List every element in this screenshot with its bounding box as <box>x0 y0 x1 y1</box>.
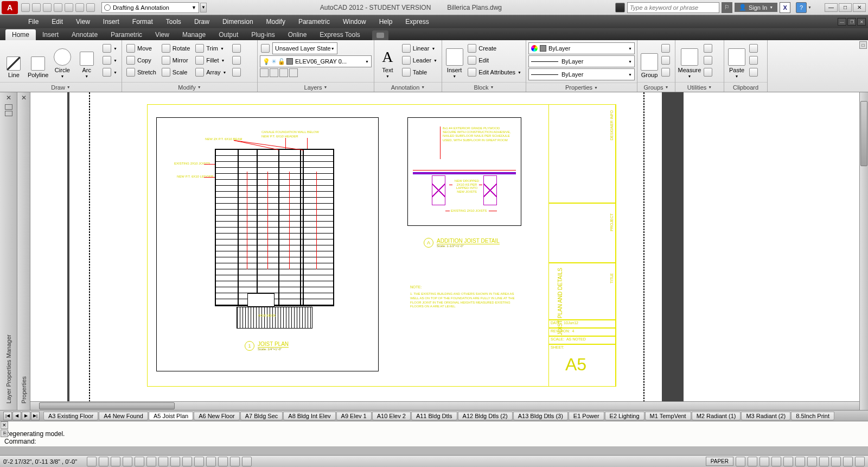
qat-save-icon[interactable] <box>43 3 52 12</box>
status-r5[interactable] <box>783 457 793 466</box>
arc-button[interactable]: Arc▼ <box>75 42 98 79</box>
group-ext3[interactable] <box>660 66 671 78</box>
tab-parametric[interactable]: Parametric <box>104 29 149 40</box>
doc-close-button[interactable]: ✕ <box>857 18 866 26</box>
array-button[interactable]: Array▼ <box>193 66 228 78</box>
menu-modify[interactable]: Modify <box>260 16 292 28</box>
search-options-icon[interactable]: ⚐ <box>722 2 732 13</box>
status-r8[interactable] <box>819 457 829 466</box>
palette-close-icon[interactable]: ✕ <box>4 92 13 103</box>
create-button[interactable]: Create <box>465 42 524 54</box>
layout-tab[interactable]: A12 Bldg Dtls (2) <box>458 412 513 420</box>
paper-model-toggle[interactable]: PAPER <box>706 457 733 466</box>
group-button[interactable]: Group <box>640 42 659 79</box>
dyn-button[interactable] <box>182 457 192 466</box>
infocenter-icon[interactable] <box>615 3 625 12</box>
drawing-canvas[interactable]: DESIGNER INFO PROJECT TITLE JOIST PLAN A… <box>30 92 868 410</box>
util-ext3[interactable] <box>703 66 713 78</box>
layer-btn2[interactable] <box>270 68 278 77</box>
line-button[interactable]: Line <box>2 42 25 79</box>
status-r11[interactable] <box>855 457 865 466</box>
qat-new-icon[interactable] <box>21 3 30 12</box>
polyline-button[interactable]: Polyline <box>27 42 50 79</box>
layout-nav-last[interactable]: ▶| <box>31 412 40 420</box>
status-r4[interactable] <box>771 457 781 466</box>
fillet-button[interactable]: Fillet▼ <box>193 54 228 66</box>
menu-parametric[interactable]: Parametric <box>292 16 336 28</box>
doc-minimize-button[interactable]: — <box>838 18 846 26</box>
menu-insert[interactable]: Insert <box>97 16 126 28</box>
tab-express[interactable]: Express Tools <box>313 29 366 40</box>
layer-current-dropdown[interactable]: 💡 ☀ 🔓 ELEV06_GRAY 0...▼ <box>260 55 372 67</box>
stretch-button[interactable]: Stretch <box>124 66 158 78</box>
tab-manage[interactable]: Manage <box>176 29 212 40</box>
qp-button[interactable] <box>218 457 228 466</box>
close-button[interactable]: ✕ <box>853 3 866 12</box>
menu-tools[interactable]: Tools <box>159 16 188 28</box>
insert-button[interactable]: Insert▼ <box>444 42 464 79</box>
layout-tab[interactable]: A13 Bldg Dtls (3) <box>513 412 568 420</box>
layer-props-button[interactable] <box>260 42 271 54</box>
draw-ext3[interactable]: ▼ <box>100 66 119 78</box>
layout-nav-prev[interactable]: ◀ <box>12 412 21 420</box>
tab-home[interactable]: Home <box>5 29 36 40</box>
layout-nav-next[interactable]: ▶ <box>22 412 30 420</box>
tab-view[interactable]: View <box>149 29 176 40</box>
qat-print-icon[interactable] <box>65 3 73 12</box>
util-ext2[interactable] <box>703 54 713 66</box>
layout-tab[interactable]: E2 Lighting <box>605 412 644 420</box>
help-dd-icon[interactable]: ▼ <box>808 5 812 9</box>
sc-button[interactable] <box>230 457 240 466</box>
menu-draw[interactable]: Draw <box>188 16 216 28</box>
layer-state-dropdown[interactable]: Unsaved Layer State▼ <box>272 42 337 54</box>
3dosnap-button[interactable] <box>146 457 156 466</box>
maximize-button[interactable]: □ <box>839 3 852 12</box>
layer-btn3[interactable] <box>279 68 288 77</box>
util-ext1[interactable] <box>703 42 713 54</box>
menu-file[interactable]: File <box>22 16 45 28</box>
menu-format[interactable]: Format <box>126 16 159 28</box>
layout-tab[interactable]: A8 Bldg Int Elev <box>283 412 335 420</box>
layout-tab[interactable]: A5 Joist Plan <box>149 412 193 420</box>
linear-button[interactable]: Linear▼ <box>400 42 439 54</box>
signin-button[interactable]: 👤Sign In▼ <box>735 3 777 12</box>
qat-more-icon[interactable]: ▼ <box>200 3 207 12</box>
layout-tab[interactable]: A9 Elev 1 <box>336 412 372 420</box>
modify-ext3[interactable] <box>230 66 243 78</box>
tab-annotate[interactable]: Annotate <box>65 29 104 40</box>
minimize-button[interactable]: — <box>825 3 838 12</box>
help-icon[interactable]: ? <box>796 2 807 13</box>
menu-edit[interactable]: Edit <box>45 16 69 28</box>
palette-pin-icon[interactable] <box>5 104 12 110</box>
status-r10[interactable] <box>843 457 853 466</box>
cmdline-close-icon[interactable]: ✕ <box>1 421 8 429</box>
rotate-button[interactable]: Rotate <box>159 42 192 54</box>
polar-button[interactable] <box>123 457 132 466</box>
grid-button[interactable] <box>99 457 108 466</box>
status-r3[interactable] <box>760 457 769 466</box>
color-dropdown[interactable]: ByLayer▼ <box>528 42 635 54</box>
vertical-scrollbar[interactable] <box>859 92 868 410</box>
palette2-close-icon[interactable]: ✕ <box>20 92 28 103</box>
qat-undo-icon[interactable] <box>75 3 84 12</box>
palette-menu-icon[interactable] <box>5 111 12 116</box>
layout-tab[interactable]: A7 Bldg Sec <box>240 412 283 420</box>
menu-window[interactable]: Window <box>336 16 373 28</box>
layout-tab[interactable]: A10 Elev 2 <box>372 412 411 420</box>
cut-button[interactable] <box>748 42 759 54</box>
layout-tab[interactable]: M2 Radiant (1) <box>692 412 741 420</box>
draw-ext2[interactable]: ▼ <box>100 54 119 66</box>
search-input[interactable] <box>627 2 719 13</box>
lineweight-dropdown[interactable]: ByLayer▼ <box>528 55 635 67</box>
menu-help[interactable]: Help <box>373 16 399 28</box>
group-ext2[interactable] <box>660 54 671 66</box>
status-r2[interactable] <box>748 457 757 466</box>
mirror-button[interactable]: Mirror <box>159 54 192 66</box>
ducs-button[interactable] <box>170 457 180 466</box>
layer-btn4[interactable] <box>289 68 298 77</box>
modify-ext1[interactable] <box>230 42 243 54</box>
edit-button[interactable]: Edit <box>465 54 524 66</box>
layout-tab[interactable]: E1 Power <box>569 412 604 420</box>
menu-express[interactable]: Express <box>399 16 435 28</box>
tab-plugins[interactable]: Plug-ins <box>245 29 281 40</box>
